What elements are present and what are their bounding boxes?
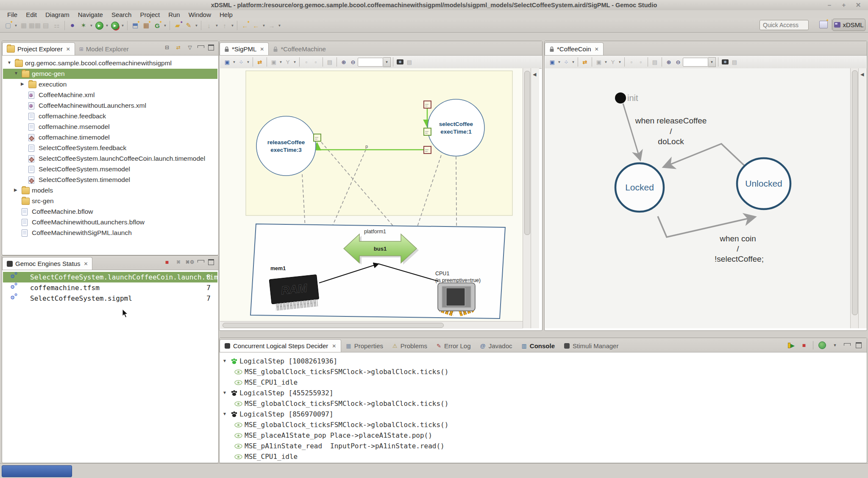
menu-file[interactable]: File [3, 11, 21, 19]
tree-item-bflow1[interactable]: CoffeeMachine.bflow [3, 207, 217, 217]
refresh-diagram-icon[interactable]: ⇄ [255, 57, 264, 67]
tree-item-bflow2[interactable]: CoffeeMachinewithoutLaunchers.bflow [3, 217, 217, 227]
new-dropdown-icon[interactable]: ▼ [14, 20, 18, 31]
vertical-scrollbar-thumb[interactable] [524, 71, 530, 235]
copy-appearance-icon[interactable]: ▣ [269, 57, 278, 67]
palette-collapsed-strip[interactable]: ◀ [531, 68, 539, 328]
run-last-icon[interactable]: ▶ [109, 20, 120, 31]
step-execution-icon[interactable]: ▶ [787, 342, 795, 349]
arrange-all-icon[interactable]: ▣ [223, 57, 232, 67]
engine-row[interactable]: ⚙ coffemachine.tfsm 7 [3, 282, 217, 293]
tab-properties[interactable]: ▦Properties [341, 340, 388, 352]
palette-expand-icon[interactable]: ◀ [860, 72, 864, 77]
maximize-view-icon[interactable] [208, 259, 214, 265]
annotate-pen-icon[interactable]: ✎ [183, 20, 194, 31]
last-edit-location-icon[interactable]: ←✦ [239, 20, 250, 31]
tree-item-coffeemachine-xml[interactable]: CoffeeMachine.xml [3, 90, 217, 100]
copy-dropdown-icon[interactable]: ▼ [278, 57, 283, 67]
vertical-scrollbar-thumb[interactable] [852, 70, 858, 315]
tab-problems[interactable]: ⚠Problems [388, 340, 432, 352]
next-annotation-icon[interactable]: ↓ [203, 20, 214, 31]
run-last-dropdown-icon[interactable]: ▼ [120, 20, 125, 31]
menu-search[interactable]: Search [108, 11, 136, 19]
arrange-all-icon[interactable]: ▣ [548, 57, 557, 67]
menu-edit[interactable]: Edit [22, 11, 41, 19]
quick-access-input[interactable] [760, 20, 809, 30]
debug-icon[interactable]: ✶ [78, 20, 89, 31]
previous-annotation-dropdown-icon[interactable]: ▼ [230, 20, 235, 31]
tab-close-icon[interactable]: ✕ [595, 46, 599, 52]
tab-console[interactable]: ▥Console [517, 340, 559, 352]
mse-row[interactable]: MSE_CPU1_idle [220, 451, 866, 462]
palette-expand-icon[interactable]: ◀ [533, 72, 536, 77]
shield-icon[interactable] [818, 342, 826, 349]
minimize-view-icon[interactable] [198, 260, 204, 263]
tree-item-timemodel[interactable]: coffemachine.timemodel [3, 132, 217, 143]
back-dropdown-icon[interactable]: ▼ [262, 20, 266, 31]
transition-unlocked-to-locked[interactable] [665, 144, 745, 167]
tree-item-scs-feedback[interactable]: SelectCoffeeSystem.feedback [3, 143, 217, 153]
web-browser-icon[interactable]: ● [67, 20, 78, 31]
minimize-button[interactable]: – [826, 1, 833, 9]
mse-row[interactable]: MSE_CPU1_idle [220, 377, 866, 388]
new-grid-icon[interactable]: ▦✦ [141, 20, 152, 31]
zoom-combo-dropdown-icon[interactable]: ▼ [708, 57, 716, 67]
zoom-level-combo[interactable] [358, 58, 383, 67]
new-gemoc-icon[interactable]: G✦ [152, 20, 163, 31]
tree-item-scs-launch-timemodel[interactable]: SelectCoffeeSystem.launchCoffeeCoin.laun… [3, 154, 217, 164]
tree-item-launch[interactable]: CoffeeMachinewithSigPML.launch [3, 228, 217, 238]
tab-close-icon[interactable]: ✕ [260, 46, 264, 52]
palette-collapsed-strip[interactable]: ◀ [858, 68, 867, 328]
save-icon[interactable]: ▦ [18, 20, 29, 31]
dispose-all-engines-icon[interactable]: ✖⚙ [186, 259, 194, 266]
ram-chip[interactable]: RAM [269, 274, 320, 311]
close-button[interactable]: ✕ [854, 1, 862, 9]
new-wizard-icon[interactable]: ▢✦ [3, 20, 14, 31]
tab-concurrent-logical-steps-decider[interactable]: Concurrent Logical Steps Decider ✕ [220, 339, 341, 352]
tree-item-gemoc-gen[interactable]: ▼gemoc-gen [3, 69, 217, 79]
minimize-view-icon[interactable] [198, 45, 204, 48]
logical-step-row[interactable]: ▼ LogicalStep [1008261936] [220, 356, 866, 366]
tab-model-explorer[interactable]: ⊞ Model Explorer [75, 43, 133, 55]
maximize-view-icon[interactable] [208, 45, 214, 50]
tab-project-explorer[interactable]: Project Explorer ✕ [2, 42, 75, 55]
tab-error-log[interactable]: ✎Error Log [432, 340, 475, 352]
logical-step-row[interactable]: ▼ LogicalStep [455255932] [220, 388, 866, 398]
view-menu-icon[interactable]: ▼ [831, 342, 839, 349]
tree-item-coffeemachine-wol-xml[interactable]: CoffeeMachinewithoutLaunchers.xml [3, 101, 217, 111]
tree-item-scs-msemodel[interactable]: SelectCoffeeSystem.msemodel [3, 164, 217, 174]
zoom-out-icon[interactable]: ⊖ [348, 57, 358, 67]
menu-run[interactable]: Run [164, 11, 184, 19]
run-icon[interactable]: ▶ [94, 20, 105, 31]
agent-releasecoffee[interactable] [256, 116, 316, 176]
paste-layout-icon[interactable]: ▤ [325, 57, 334, 67]
filters-dropdown-icon[interactable]: ▼ [618, 57, 622, 67]
mse-row[interactable]: MSE_globalClock_ticksFSMClock->globalClo… [220, 398, 866, 409]
sigpml-canvas[interactable]: p releaseCoffee execTime:3 selectCoffee … [220, 68, 523, 321]
align-dropdown-icon[interactable]: ▼ [246, 57, 250, 67]
previous-annotation-icon[interactable]: ↑ [219, 20, 230, 31]
align-icon[interactable]: ⁘ [236, 57, 246, 67]
zoom-in-icon[interactable]: ⊕ [664, 57, 673, 67]
align-dropdown-icon[interactable]: ▼ [571, 57, 576, 67]
mse-row[interactable]: MSE_globalClock_ticksFSMClock->globalClo… [220, 419, 866, 430]
menu-window[interactable]: Window [185, 11, 215, 19]
print-icon[interactable]: ▤ [40, 20, 51, 31]
initial-state-node[interactable] [615, 92, 626, 103]
open-folder-icon[interactable]: ▰● [172, 20, 183, 31]
expander-icon[interactable]: ▼ [223, 358, 226, 363]
tab-coffeemachine[interactable]: *CoffeeMachine [269, 43, 330, 55]
horizontal-scrollbar-thumb[interactable] [223, 323, 444, 328]
pen-dropdown-icon[interactable]: ▼ [194, 20, 199, 31]
gemoc-dropdown-icon[interactable]: ▼ [163, 20, 167, 31]
save-all-icon[interactable]: ▦▦ [29, 20, 40, 31]
mse-row[interactable]: MSE_globalClock_ticksFSMClock->globalClo… [220, 366, 866, 377]
tree-item-scs-timemodel[interactable]: SelectCoffeeSystem.timemodel [3, 175, 217, 185]
collapse-all-icon[interactable]: ⊟ [163, 44, 171, 51]
zoom-level-combo[interactable] [683, 58, 708, 67]
forward-dropdown-icon[interactable]: ▼ [277, 20, 282, 31]
open-perspective-icon[interactable] [819, 21, 828, 28]
menu-help[interactable]: Help [216, 11, 236, 19]
refresh-diagram-icon[interactable]: ⇄ [580, 57, 590, 67]
expander-icon[interactable]: ▼ [223, 411, 226, 416]
